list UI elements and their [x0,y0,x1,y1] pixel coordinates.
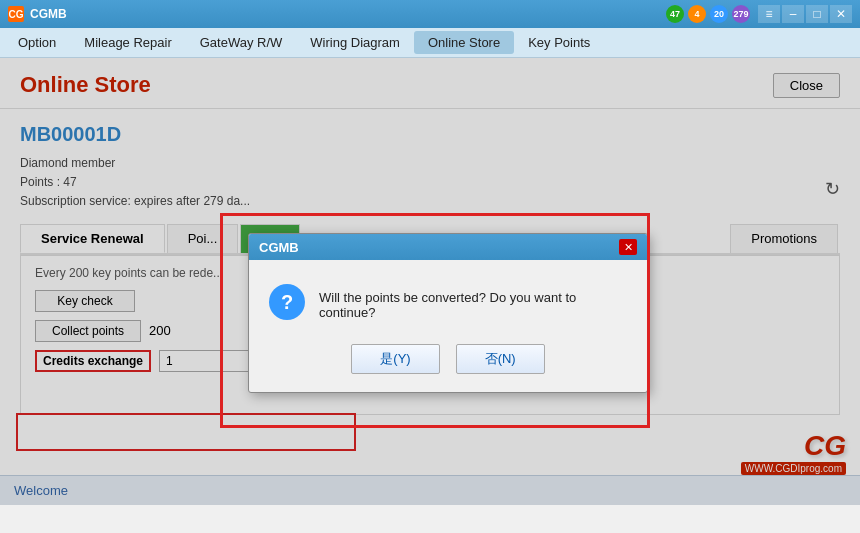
menu-bar: Option Mileage Repair GateWay R/W Wiring… [0,28,860,58]
app-icon: CG [8,6,24,22]
dialog-title-bar: CGMB ✕ [249,234,647,260]
status-info: 47 4 20 279 [666,5,750,23]
window-close-button[interactable]: ✕ [830,5,852,23]
main-content: Online Store Close MB00001D Diamond memb… [0,58,860,505]
dialog-close-button[interactable]: ✕ [619,239,637,255]
status-circle-3: 20 [710,5,728,23]
title-bar-left: CG CGMB [8,6,67,22]
dialog-message: Will the points be converted? Do you wan… [319,284,627,320]
menu-button[interactable]: ≡ [758,5,780,23]
menu-mileage-repair[interactable]: Mileage Repair [70,31,185,54]
question-icon: ? [269,284,305,320]
menu-key-points[interactable]: Key Points [514,31,604,54]
window-controls: ≡ – □ ✕ [758,5,852,23]
dialog-yes-button[interactable]: 是(Y) [351,344,439,374]
menu-online-store[interactable]: Online Store [414,31,514,54]
dialog-title: CGMB [259,240,299,255]
dialog-no-button[interactable]: 否(N) [456,344,545,374]
menu-option[interactable]: Option [4,31,70,54]
status-circle-2: 4 [688,5,706,23]
dialog-overlay: CGMB ✕ ? Will the points be converted? D… [0,58,860,505]
title-bar-right: 47 4 20 279 ≡ – □ ✕ [666,5,852,23]
status-circle-4: 279 [732,5,750,23]
app-title: CGMB [30,7,67,21]
dialog-body: ? Will the points be converted? Do you w… [249,260,647,336]
dialog-buttons: 是(Y) 否(N) [249,336,647,392]
minimize-button[interactable]: – [782,5,804,23]
menu-wiring-diagram[interactable]: Wiring Diagram [296,31,414,54]
title-bar: CG CGMB 47 4 20 279 ≡ – □ ✕ [0,0,860,28]
status-circle-1: 47 [666,5,684,23]
menu-gateway-rw[interactable]: GateWay R/W [186,31,297,54]
maximize-button[interactable]: □ [806,5,828,23]
dialog-box: CGMB ✕ ? Will the points be converted? D… [248,233,648,393]
